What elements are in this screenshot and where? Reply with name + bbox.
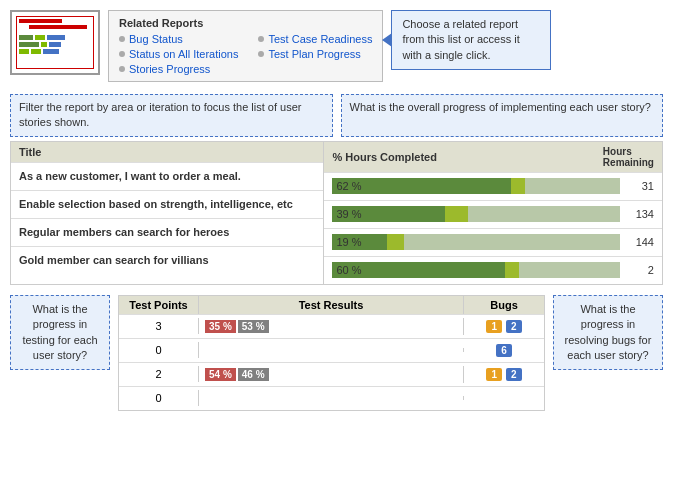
related-reports-box: Related Reports Bug Status Status on All… [108,10,383,82]
rr-dot [119,51,125,57]
table-row: Enable selection based on strength, inte… [11,190,323,218]
cell-test-points: 3 [119,318,199,334]
cell-test-points: 0 [119,342,199,358]
rr-dot [258,51,264,57]
related-reports-area: Related Reports Bug Status Status on All… [0,0,673,90]
col-header-hours: % Hours Completed Hours Remaining [324,142,662,172]
cell-test-results: 35 % 53 % [199,318,464,335]
bottom-table-row: 2 54 % 46 % 1 2 [119,362,544,386]
rr-dot [258,36,264,42]
tooltip-arrow [382,33,392,47]
progress-bar: 19 % [332,234,620,250]
cell-test-points: 0 [119,390,199,406]
cell-bugs [464,396,544,400]
table-right: % Hours Completed Hours Remaining 62 % 3… [323,141,663,285]
progress-bar: 62 % [332,178,620,194]
rr-col-left: Bug Status Status on All Iterations Stor… [119,33,238,75]
related-reports-title: Related Reports [119,17,372,29]
bottom-table-header: Test Points Test Results Bugs [119,296,544,314]
rr-item-bug-status[interactable]: Bug Status [119,33,238,45]
cell-bugs: 1 2 [464,318,544,335]
progress-fill-yellow [445,206,468,222]
cell-test-points: 2 [119,366,199,382]
col-test-results: Test Results [199,296,464,314]
table-row-right: 60 % 2 [324,256,662,284]
table-row: Gold member can search for villians [11,246,323,274]
cell-test-results [199,348,464,352]
report-thumbnail [10,10,100,75]
progress-fill-yellow [387,234,404,250]
col-test-points: Test Points [119,296,199,314]
rr-item-test-plan-progress[interactable]: Test Plan Progress [258,48,372,60]
progress-fill-yellow [505,262,519,278]
table-row: Regular members can search for heroes [11,218,323,246]
table-left: Title As a new customer, I want to order… [10,141,323,285]
rr-dot [119,36,125,42]
rr-item-stories-progress[interactable]: Stories Progress [119,63,238,75]
rr-dot [119,66,125,72]
related-reports-tooltip: Choose a related report from this list o… [391,10,551,70]
cell-test-results [199,396,464,400]
cell-bugs: 1 2 [464,366,544,383]
progress-bar: 39 % [332,206,620,222]
table-row-right: 62 % 31 [324,172,662,200]
bottom-table-row: 0 [119,386,544,410]
table-row: As a new customer, I want to order a mea… [11,162,323,190]
table-row-right: 19 % 144 [324,228,662,256]
cell-bugs: 6 [464,342,544,359]
bottom-hint-right: What is the progress in resolving bugs f… [553,295,663,371]
progress-fill-yellow [511,178,525,194]
progress-bar: 60 % [332,262,620,278]
bottom-area: What is the progress in testing for each… [0,291,673,415]
rr-item-test-case-readiness[interactable]: Test Case Readiness [258,33,372,45]
rr-col-right: Test Case Readiness Test Plan Progress [258,33,372,75]
bottom-hint-left: What is the progress in testing for each… [10,295,110,371]
overall-hint: What is the overall progress of implemen… [341,94,664,137]
hints-row: Filter the report by area or iteration t… [0,90,673,139]
table-row-right: 39 % 134 [324,200,662,228]
col-header-title: Title [11,142,323,162]
bottom-table-row: 3 35 % 53 % 1 2 [119,314,544,338]
col-bugs: Bugs [464,296,544,314]
bottom-table: Test Points Test Results Bugs 3 35 % 53 … [118,295,545,411]
cell-test-results: 54 % 46 % [199,366,464,383]
rr-item-status-iterations[interactable]: Status on All Iterations [119,48,238,60]
filter-hint: Filter the report by area or iteration t… [10,94,333,137]
main-table-area: Title As a new customer, I want to order… [0,139,673,291]
bottom-table-row: 0 6 [119,338,544,362]
